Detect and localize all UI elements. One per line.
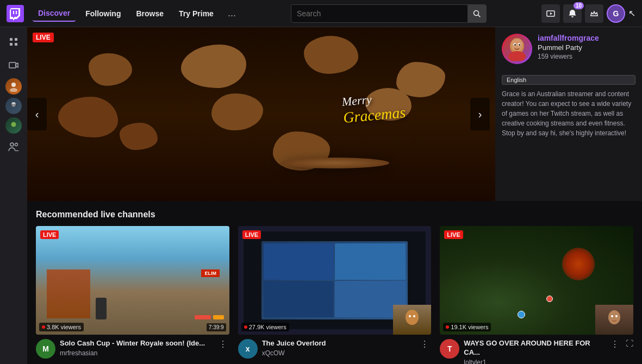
svg-point-33 <box>409 315 411 317</box>
channel-avatar-2[interactable]: T <box>440 339 459 359</box>
terrain-blob-1 <box>89 53 132 86</box>
nav-following[interactable]: Following <box>80 6 126 21</box>
channel-name-2[interactable]: loltyler1 <box>464 359 604 364</box>
channel-card-1[interactable]: LIVE 27.9K viewers x The Juice Overlord … <box>238 226 432 364</box>
terrain-blob-5 <box>58 97 118 137</box>
channel-theater-2[interactable]: ⛶ <box>626 339 633 348</box>
lol-unit-1 <box>518 311 525 318</box>
channel-title-2: WAYS GO OVER AROUND HERE FOR CA... <box>464 339 604 357</box>
channel-title-0: Solo Cash Cup - Winter Royale soon! (Ide… <box>60 339 212 348</box>
search-input[interactable] <box>297 9 468 18</box>
svg-point-31 <box>508 51 526 61</box>
lol-fire <box>562 248 595 280</box>
streamer-name[interactable]: iamfallfromgrace <box>538 34 635 42</box>
crown-button[interactable] <box>585 4 603 23</box>
channel-text-1: The Juice Overlord xQcOW <box>262 339 414 357</box>
channel-name-0[interactable]: mrfreshasian <box>60 349 212 357</box>
language-badge: English <box>502 75 635 85</box>
card-live-0: LIVE <box>40 230 59 239</box>
streamer-game[interactable]: Pummel Party <box>538 43 635 52</box>
svg-point-15 <box>11 122 16 127</box>
hero-next-button[interactable]: › <box>470 98 490 130</box>
game-platform <box>281 158 389 168</box>
terrain-blob-2 <box>181 45 246 88</box>
top-nav: Discover Following Browse Try Prime ... … <box>0 0 642 27</box>
channel-card-0[interactable]: ELIM LIVE 3.8K viewers 7:39:9 M Solo Cas… <box>36 226 229 364</box>
svg-rect-5 <box>15 38 17 41</box>
card-duration-0: 7:39:9 <box>207 323 226 331</box>
streamer-avatar[interactable] <box>502 34 532 64</box>
section-title: Recommended live channels <box>36 210 633 219</box>
search-bar <box>291 4 487 23</box>
channel-thumb-2: LIVE 19.1K viewers <box>440 226 633 335</box>
svg-rect-8 <box>9 62 16 68</box>
channel-text-2: WAYS GO OVER AROUND HERE FOR CA... lolty… <box>464 339 604 364</box>
streamer-info: iamfallfromgrace Pummel Party 159 viewer… <box>495 27 642 71</box>
lol-facecam <box>595 305 633 335</box>
svg-rect-7 <box>15 43 17 46</box>
sidebar-home-icon[interactable] <box>4 33 23 52</box>
nav-discover[interactable]: Discover <box>33 5 76 22</box>
lol-unit-2 <box>546 296 553 302</box>
svg-line-2 <box>478 15 480 17</box>
fortnite-building <box>47 269 90 318</box>
notification-badge: 10 <box>574 2 584 9</box>
channel-thumb-1: LIVE 27.9K viewers <box>238 226 432 335</box>
channel-avatar-1[interactable]: x <box>238 339 258 359</box>
terrain-blob-8 <box>120 123 158 150</box>
channel-menu-0[interactable]: ⋮ <box>216 339 229 349</box>
channel-meta-1: x The Juice Overlord xQcOW ⋮ <box>238 339 432 359</box>
channel-title-1: The Juice Overlord <box>262 339 414 348</box>
juice-facecam <box>393 305 431 335</box>
svg-point-34 <box>413 315 415 317</box>
channels-grid: ELIM LIVE 3.8K viewers 7:39:9 M Solo Cas… <box>36 226 633 364</box>
viewer-dot-2 <box>446 325 449 329</box>
svg-point-9 <box>11 83 16 87</box>
hero-info-panel: iamfallfromgrace Pummel Party 159 viewer… <box>495 27 642 201</box>
svg-point-17 <box>15 143 18 146</box>
cursor: ↖ <box>628 8 635 18</box>
card-live-1: LIVE <box>242 230 261 239</box>
card-viewers-0: 3.8K viewers <box>39 323 84 331</box>
hero-section: MerryGracemas <box>27 27 642 201</box>
fortnite-guns <box>195 315 224 319</box>
svg-point-29 <box>514 44 516 46</box>
nav-right-icons: 10 G ↖ <box>541 4 635 23</box>
card-live-2: LIVE <box>444 230 463 239</box>
viewer-dot-1 <box>244 325 247 329</box>
fortnite-character <box>96 298 107 319</box>
search-button[interactable] <box>468 4 486 23</box>
notifications-button[interactable]: 10 <box>563 4 582 23</box>
juice-screen-inner <box>261 241 408 319</box>
streamer-details: iamfallfromgrace Pummel Party 159 viewer… <box>538 34 635 60</box>
svg-point-32 <box>406 310 419 325</box>
twitch-logo[interactable] <box>7 5 24 22</box>
svg-point-16 <box>10 143 14 146</box>
recommended-section: Recommended live channels ELIM LIVE <box>27 201 642 364</box>
nav-browse[interactable]: Browse <box>130 6 169 21</box>
svg-rect-6 <box>10 43 13 46</box>
channel-meta-2: T WAYS GO OVER AROUND HERE FOR CA... lol… <box>440 339 633 364</box>
svg-point-10 <box>10 88 17 92</box>
channel-meta-0: M Solo Cash Cup - Winter Royale soon! (I… <box>36 339 229 359</box>
sidebar-avatar-3[interactable] <box>5 117 22 134</box>
svg-point-30 <box>519 44 520 46</box>
channel-menu-2[interactable]: ⋮ <box>608 339 621 349</box>
sidebar-avatar-1[interactable] <box>5 78 22 95</box>
user-avatar[interactable]: G <box>607 4 625 23</box>
streamer-avatar-inner <box>503 35 531 62</box>
channel-card-2[interactable]: LIVE 19.1K viewers T WAYS GO OVER AROUND… <box>440 226 633 364</box>
channel-menu-1[interactable]: ⋮ <box>418 339 431 349</box>
nav-more[interactable]: ... <box>223 5 240 21</box>
hero-prev-button[interactable]: ‹ <box>27 98 47 130</box>
sidebar-avatar-2[interactable] <box>5 98 22 114</box>
channel-thumb-0: ELIM LIVE 3.8K viewers 7:39:9 <box>36 226 229 335</box>
svg-rect-0 <box>7 5 24 22</box>
sidebar-video-icon[interactable] <box>4 55 23 75</box>
clips-button[interactable] <box>541 4 560 23</box>
sidebar-friends-icon[interactable] <box>4 137 23 156</box>
channel-name-1[interactable]: xQcOW <box>262 349 414 357</box>
nav-try-prime[interactable]: Try Prime <box>173 6 219 21</box>
svg-point-36 <box>611 315 613 317</box>
channel-avatar-0[interactable]: M <box>36 339 55 359</box>
